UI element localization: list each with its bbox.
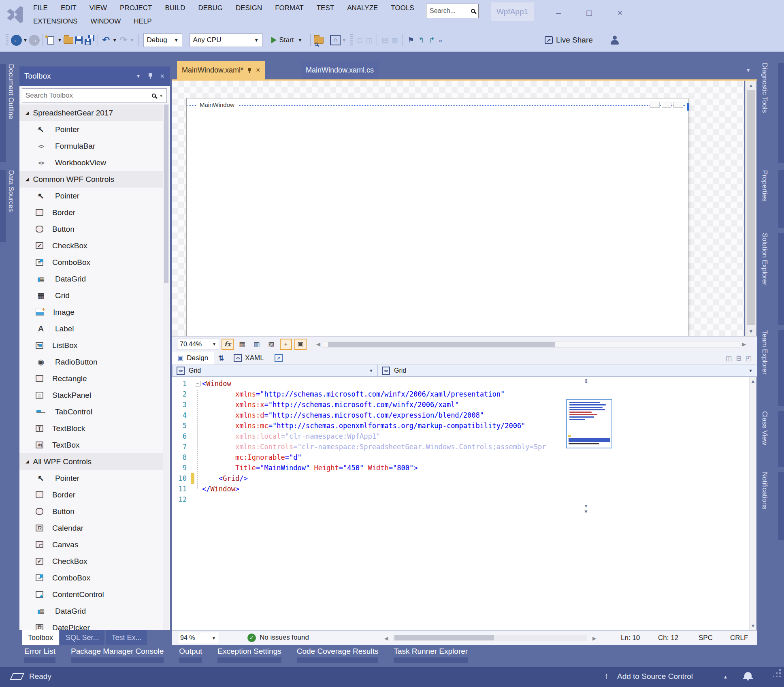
code-line-1[interactable]: 1<Window [172, 378, 749, 389]
next-bookmark-button[interactable]: ↱ [427, 33, 437, 47]
add-to-source-control-button[interactable]: Add to Source Control [617, 672, 693, 681]
panel-tab-output[interactable]: Output [179, 645, 202, 667]
undo-dropdown[interactable]: ▼ [113, 38, 117, 43]
panel-tab-task-runner-explorer[interactable]: Task Runner Explorer [394, 645, 468, 667]
toolbox-scrollbar[interactable] [163, 105, 169, 630]
new-file-button[interactable] [46, 33, 56, 47]
designer-vertical-scrollbar[interactable]: ▲ ▼ [745, 81, 756, 336]
toolbox-item-workbookview[interactable]: WorkbookView [19, 154, 163, 171]
solution-platform-dropdown[interactable]: Any CPU▼ [190, 33, 262, 47]
code-line-11[interactable]: 11</Window> [172, 484, 749, 494]
close-icon[interactable]: × [256, 66, 260, 75]
toolbox-item-pointer[interactable]: Pointer [19, 188, 163, 204]
editor-zoom-dropdown[interactable]: 94 %▼ [177, 632, 219, 644]
toolbox-item-contentcontrol[interactable]: ContentControl [19, 586, 163, 603]
panel-tab-sql-ser-[interactable]: SQL Ser... [60, 630, 104, 645]
scroll-right-icon[interactable]: ▶ [742, 341, 746, 347]
pop-out-icon[interactable]: ↗ [275, 354, 283, 362]
pin-icon[interactable] [247, 68, 252, 73]
code-line-12[interactable]: 12 [172, 494, 749, 505]
chevron-up-icon[interactable]: ▲ [723, 674, 728, 679]
scroll-down-icon[interactable]: ▼ [750, 623, 756, 629]
menu-debug[interactable]: DEBUG [192, 3, 229, 13]
toolbox-item-datagrid[interactable]: DataGrid [19, 603, 163, 619]
toolbox-item-stackpanel[interactable]: StackPanel [19, 387, 163, 403]
save-all-button[interactable] [84, 33, 95, 47]
toolbox-section-all-wpf-controls[interactable]: ◢All WPF Controls [19, 453, 163, 470]
horizontal-split-icon[interactable]: ⊟ [736, 354, 741, 362]
toolbox-item-textblock[interactable]: TextBlock [19, 420, 163, 437]
breadcrumb-right-pane[interactable]: <> Grid ▼ [378, 365, 757, 377]
toolbox-item-checkbox[interactable]: CheckBox [19, 237, 163, 254]
solution-configuration-dropdown[interactable]: Debug▼ [143, 33, 182, 47]
editor-vertical-scrollbar[interactable]: ▲ ▼ [749, 377, 756, 630]
scroll-left-icon[interactable]: ◀ [316, 341, 320, 347]
menu-file[interactable]: FILE [27, 3, 54, 13]
navigate-back-button[interactable]: ← [11, 33, 22, 47]
split-pane-preview[interactable] [566, 399, 612, 448]
start-dropdown[interactable]: ▼ [298, 38, 302, 43]
account-icon[interactable] [610, 35, 620, 45]
tab-mainwindow-xaml[interactable]: MainWindow.xaml* × [177, 61, 265, 79]
scroll-left-icon[interactable]: ◀ [384, 636, 388, 641]
new-file-dropdown[interactable]: ▼ [58, 38, 62, 43]
panel-tab-package-manager-console[interactable]: Package Manager Console [71, 645, 164, 667]
artboard-background-toggle-button[interactable]: ▣ [294, 339, 307, 350]
panel-tab-code-coverage-results[interactable]: Code Coverage Results [297, 645, 379, 667]
xaml-code-editor[interactable]: 1<Window2 xmlns="http://schemas.microsof… [172, 377, 749, 630]
outdent-icon[interactable]: ▥ [392, 36, 398, 45]
menu-window[interactable]: WINDOW [84, 16, 128, 27]
toolbox-item-rectangle[interactable]: Rectangle [19, 370, 163, 387]
menu-test[interactable]: TEST [310, 3, 341, 13]
scroll-down-icon[interactable]: ▼▼ [584, 503, 588, 514]
menu-edit[interactable]: EDIT [54, 3, 83, 13]
document-outline-icon[interactable]: ◫ [366, 36, 372, 45]
minimize-button[interactable]: – [549, 5, 568, 21]
spaces-indicator[interactable]: SPC [699, 634, 713, 642]
code-line-4[interactable]: 4 xmlns:d="http://schemas.microsoft.com/… [172, 410, 749, 420]
scroll-up-icon[interactable]: ▲ [746, 83, 756, 88]
open-file-button[interactable] [63, 33, 74, 47]
toolbox-item-pointer[interactable]: Pointer [19, 470, 163, 486]
toolbar-overflow-icon[interactable]: » [439, 37, 442, 44]
tab-mainwindow-xaml-cs[interactable]: MainWindow.xaml.cs [301, 61, 379, 79]
code-line-2[interactable]: 2 xmlns="http://schemas.microsoft.com/wi… [172, 389, 749, 399]
panel-tab-exception-settings[interactable]: Exception Settings [217, 645, 281, 667]
adorner-handle[interactable] [687, 103, 689, 111]
toolbar-grip[interactable] [350, 34, 353, 46]
side-tab-data-sources[interactable]: Data Sources [0, 170, 19, 242]
redo-button[interactable]: ↷ [118, 33, 129, 47]
chevron-down-icon[interactable]: ▼ [748, 368, 753, 373]
side-tab-diagnostic-tools[interactable]: Diagnostic Tools [757, 63, 784, 163]
toolbox-section-spreadsheetgear-2017[interactable]: ◢SpreadsheetGear 2017 [19, 105, 163, 121]
line-ending-indicator[interactable]: CRLF [730, 634, 748, 642]
menu-design[interactable]: DESIGN [229, 3, 268, 13]
close-button[interactable]: × [611, 5, 629, 21]
bookmark-button[interactable]: ⚑ [406, 33, 416, 47]
tab-list-dropdown-icon[interactable]: ▼ [746, 67, 751, 73]
toolbox-item-listbox[interactable]: ListBox [19, 337, 163, 354]
scroll-right-icon[interactable]: ▶ [592, 636, 596, 641]
toolbox-item-combobox[interactable]: ComboBox [19, 570, 163, 586]
toolbox-item-datagrid[interactable]: DataGrid [19, 271, 163, 287]
tab-xaml[interactable]: <>XAML [228, 352, 269, 365]
designer-zoom-dropdown[interactable]: 70.44%▼ [177, 339, 219, 350]
redo-dropdown[interactable]: ▼ [130, 38, 134, 43]
toolbox-item-radiobutton[interactable]: RadioButton [19, 354, 163, 370]
vertical-split-icon[interactable]: ◫ [726, 354, 732, 362]
code-line-9[interactable]: 9 Title="MainWindow" Height="450" Width=… [172, 463, 749, 473]
xaml-designer-surface[interactable]: MainWindow [172, 81, 744, 336]
code-line-7[interactable]: 7 xmlns:Controls="clr-namespace:Spreadsh… [172, 442, 749, 452]
designed-window[interactable]: MainWindow [186, 98, 688, 336]
menu-format[interactable]: FORMAT [268, 3, 310, 13]
toolbox-item-canvas[interactable]: Canvas [19, 536, 163, 553]
swap-panes-icon[interactable]: ⇅ [218, 354, 224, 363]
undo-button[interactable]: ↶ [101, 33, 111, 47]
designer-horizontal-scrollbar[interactable] [322, 341, 740, 348]
live-share-button[interactable]: ↗Live Share [545, 36, 593, 45]
scroll-up-icon[interactable]: ▲ [750, 378, 756, 384]
home-dropdown[interactable]: ▼ [342, 38, 346, 43]
gradient-button[interactable]: ▨ [265, 339, 277, 350]
navigate-forward-button[interactable]: → [29, 33, 40, 47]
save-button[interactable] [74, 33, 84, 47]
